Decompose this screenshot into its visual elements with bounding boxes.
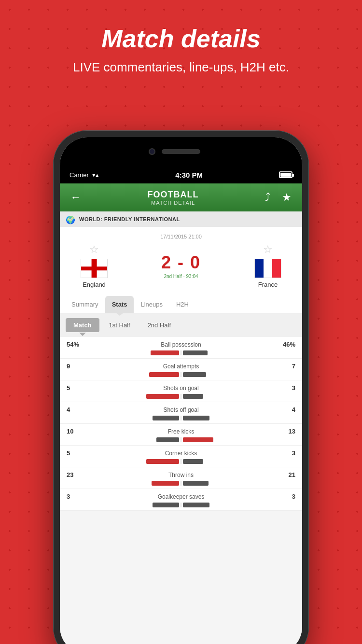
stat-row: 9 Goal attempts 7 [60, 359, 302, 380]
stat-label: Ball possession [86, 341, 276, 348]
app-header-center: FOOTBALL MATCH DETAIL [148, 190, 199, 206]
stat-left-val: 23 [67, 471, 86, 478]
sub-tab-second-half[interactable]: 2nd Half [140, 318, 179, 332]
back-button[interactable]: ← [68, 188, 84, 207]
tab-lineups[interactable]: Lineups [134, 296, 169, 313]
bar-divider [181, 416, 181, 420]
stat-row: 4 Shots off goal 4 [60, 402, 302, 424]
phone-mockup: Carrier ▾▴ 4:30 PM ← FOOTBALL MATCH DETA… [53, 130, 309, 644]
competition-label: WORLD: FRIENDLY INTERNATIONAL [79, 216, 180, 222]
status-time: 4:30 PM [175, 171, 203, 179]
stat-label: Free kicks [86, 428, 276, 435]
stat-left-val: 5 [67, 449, 86, 457]
stat-right-val: 7 [276, 363, 295, 370]
competition-bar: 🌍 WORLD: FRIENDLY INTERNATIONAL [60, 211, 302, 227]
status-bar: Carrier ▾▴ 4:30 PM [60, 166, 302, 183]
away-team-flag [254, 259, 281, 278]
stat-row: 54% Ball possession 46% [60, 337, 302, 359]
bar-divider [181, 481, 181, 486]
stat-label: Shots off goal [86, 406, 276, 413]
bar-right [183, 503, 209, 507]
tab-h2h[interactable]: H2H [169, 296, 195, 313]
match-score-section: 17/11/2015 21:00 ☆ England 2 - 0 2nd Hal… [60, 227, 302, 296]
stat-row: 23 Throw ins 21 [60, 467, 302, 489]
home-team-flag [81, 259, 108, 278]
stat-right-val: 21 [276, 471, 295, 478]
bar-right [183, 481, 209, 486]
stat-label: Goalkeeper saves [86, 493, 276, 500]
bar-left [156, 437, 179, 442]
home-team-star[interactable]: ☆ [89, 243, 99, 256]
away-team-star[interactable]: ☆ [263, 243, 273, 256]
tab-stats[interactable]: Stats [105, 296, 134, 313]
sub-tab-match[interactable]: Match [66, 318, 99, 332]
bar-right [183, 394, 203, 399]
stat-label: Corner kicks [86, 450, 276, 457]
score-center: 2 - 0 2nd Half - 93:04 [121, 252, 241, 279]
bar-left [149, 372, 179, 377]
bar-right [183, 350, 208, 355]
share-button[interactable]: ⤴ [262, 188, 273, 207]
bar-divider [181, 350, 181, 355]
tab-summary[interactable]: Summary [65, 296, 105, 313]
stat-right-val: 3 [276, 493, 295, 500]
stat-right-val: 3 [276, 384, 295, 392]
app-subtitle: MATCH DETAIL [148, 200, 199, 206]
stat-row: 5 Corner kicks 3 [60, 446, 302, 467]
bar-divider [181, 459, 181, 464]
carrier-label: Carrier ▾▴ [70, 171, 99, 179]
battery-icon [279, 171, 292, 178]
home-team-name: England [83, 281, 106, 288]
score-value: 2 - 0 [121, 252, 241, 273]
app-header: ← FOOTBALL MATCH DETAIL ⤴ ★ [60, 183, 302, 211]
app-title: FOOTBALL [148, 190, 199, 200]
bar-left [152, 481, 179, 486]
stat-row: 10 Free kicks 13 [60, 424, 302, 446]
bar-divider [181, 372, 181, 377]
stat-left-val: 10 [67, 428, 86, 435]
bar-left [151, 350, 179, 355]
page-title: Match details [10, 24, 352, 53]
bar-divider [181, 503, 181, 507]
stat-label: Throw ins [86, 472, 276, 478]
bar-left [153, 416, 179, 420]
stat-left-val: 3 [67, 493, 86, 500]
page-subtitle: LIVE commentaries, line-ups, H2H etc. [10, 60, 352, 75]
score-period: 2nd Half - 93:04 [121, 274, 241, 279]
match-date: 17/11/2015 21:00 [68, 234, 294, 239]
bar-divider [181, 437, 181, 442]
stat-label: Shots on goal [86, 385, 276, 392]
stat-left-val: 5 [67, 384, 86, 392]
stat-right-val: 4 [276, 406, 295, 413]
stat-right-val: 13 [276, 428, 295, 435]
stat-label: Goal attempts [86, 363, 276, 370]
sub-tabs-bar: Match 1st Half 2nd Half [60, 313, 302, 337]
bar-left [153, 503, 179, 507]
tabs-bar: Summary Stats Lineups H2H [60, 296, 302, 313]
favorite-button[interactable]: ★ [279, 188, 294, 207]
stat-left-val: 4 [67, 406, 86, 413]
stat-right-val: 46% [276, 341, 295, 348]
stat-row: 3 Goalkeeper saves 3 [60, 489, 302, 511]
stats-content: 54% Ball possession 46% 9 Goal attempts … [60, 337, 302, 644]
stat-row: 5 Shots on goal 3 [60, 380, 302, 402]
bar-left [146, 394, 179, 399]
bar-left [146, 459, 179, 464]
stat-left-val: 54% [67, 341, 86, 348]
competition-flag: 🌍 [66, 215, 76, 223]
bar-right [183, 459, 203, 464]
sub-tab-first-half[interactable]: 1st Half [101, 318, 138, 332]
stat-right-val: 3 [276, 449, 295, 457]
stat-left-val: 9 [67, 363, 86, 370]
bar-right [183, 437, 213, 442]
away-team: ☆ France [241, 243, 294, 288]
bar-right [183, 416, 209, 420]
bar-divider [181, 394, 181, 399]
home-team: ☆ England [68, 243, 121, 288]
bar-right [183, 372, 206, 377]
away-team-name: France [258, 281, 278, 288]
